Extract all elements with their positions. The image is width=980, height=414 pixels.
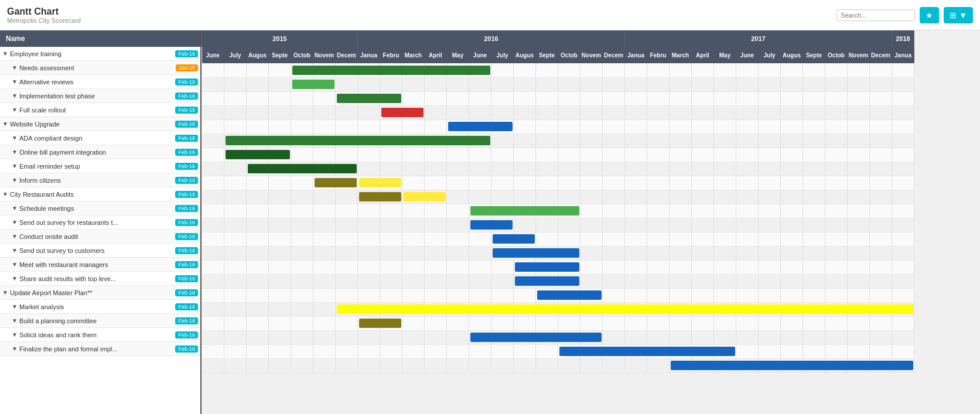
- chart-cell: [603, 176, 625, 190]
- chart-cell: [581, 232, 603, 246]
- chart-cell: [603, 204, 625, 218]
- gantt-bar[interactable]: [292, 80, 334, 89]
- child-expand-icon[interactable]: ▼: [12, 135, 18, 141]
- chart-cell: [692, 190, 714, 204]
- expand-icon[interactable]: ▼: [2, 121, 8, 127]
- chart-cell: [714, 316, 736, 330]
- child-expand-icon[interactable]: ▼: [12, 247, 18, 254]
- child-expand-icon[interactable]: ▼: [12, 345, 18, 352]
- chart-panel[interactable]: 2015201620172018JuneJulyAugusSepteOctobN…: [202, 30, 980, 414]
- gantt-bar[interactable]: [359, 178, 401, 187]
- chart-cell: [380, 77, 402, 91]
- chart-row: [202, 218, 915, 232]
- chart-cell: [581, 63, 603, 77]
- child-expand-icon[interactable]: ▼: [12, 149, 18, 155]
- child-expand-icon[interactable]: ▼: [12, 303, 18, 310]
- gantt-bar[interactable]: [337, 304, 913, 314]
- chart-cell: [491, 358, 514, 372]
- task-name: Email reminder setup: [19, 163, 173, 170]
- gantt-bar[interactable]: [226, 136, 490, 145]
- chart-cell: [825, 77, 848, 91]
- child-expand-icon[interactable]: ▼: [12, 205, 18, 211]
- gantt-bar[interactable]: [381, 108, 424, 117]
- gantt-bar[interactable]: [515, 262, 579, 272]
- expand-icon[interactable]: ▼: [2, 50, 8, 57]
- month-header: Febru: [380, 47, 402, 63]
- gantt-bar[interactable]: [470, 333, 602, 342]
- gantt-bar[interactable]: [470, 220, 513, 230]
- chart-cell: [358, 246, 380, 260]
- chart-cell: [848, 316, 870, 330]
- chart-cell: [670, 204, 692, 218]
- gantt-bar[interactable]: [559, 347, 735, 356]
- search-box[interactable]: [836, 9, 915, 21]
- gantt-bar[interactable]: [315, 178, 357, 187]
- gantt-bar[interactable]: [448, 122, 513, 131]
- child-expand-icon[interactable]: ▼: [12, 177, 18, 183]
- grid-button[interactable]: ⊞ ▼: [944, 7, 973, 23]
- chart-cell: [402, 288, 425, 302]
- chart-cell: [291, 246, 313, 260]
- child-expand-icon[interactable]: ▼: [12, 163, 18, 169]
- chart-row: [202, 134, 915, 148]
- gantt-bar[interactable]: [493, 234, 535, 244]
- chart-cell: [581, 204, 603, 218]
- gantt-bar[interactable]: [404, 192, 446, 201]
- child-expand-icon[interactable]: ▼: [12, 317, 18, 324]
- month-header: May: [714, 47, 736, 63]
- chart-cell: [625, 330, 647, 344]
- chart-cell: [781, 204, 803, 218]
- gantt-bar[interactable]: [359, 319, 401, 328]
- chart-cell: [514, 91, 536, 105]
- month-header: Janua: [625, 47, 647, 63]
- gantt-bar[interactable]: [515, 276, 579, 286]
- gantt-bar[interactable]: [359, 192, 401, 201]
- chart-cell: [692, 162, 714, 176]
- task-row: ▼Alternative reviewsFeb-16: [0, 75, 200, 89]
- chart-cell: [892, 119, 914, 134]
- child-expand-icon[interactable]: ▼: [12, 219, 18, 225]
- chart-cell: [491, 316, 514, 330]
- chart-cell: [425, 274, 447, 288]
- child-expand-icon[interactable]: ▼: [12, 275, 18, 282]
- chart-cell: [759, 232, 781, 246]
- child-expand-icon[interactable]: ▼: [12, 78, 18, 85]
- chart-cell: [603, 274, 625, 288]
- gantt-bar[interactable]: [248, 164, 357, 173]
- chart-cell: [714, 134, 736, 148]
- chart-cell: [469, 260, 491, 274]
- search-input[interactable]: [841, 12, 911, 19]
- month-header: Decem: [336, 47, 358, 63]
- gantt-bar[interactable]: [337, 94, 401, 103]
- chart-cell: [759, 176, 781, 190]
- chart-cell: [870, 246, 892, 260]
- gantt-bar[interactable]: [292, 66, 490, 75]
- gantt-bar[interactable]: [226, 150, 290, 159]
- expand-icon[interactable]: ▼: [2, 191, 8, 197]
- gantt-bar[interactable]: [537, 290, 602, 300]
- chart-row: [202, 330, 915, 344]
- gantt-bar[interactable]: [470, 206, 579, 215]
- child-expand-icon[interactable]: ▼: [12, 233, 18, 239]
- gantt-bar[interactable]: [671, 361, 913, 370]
- chart-cell: [848, 260, 870, 274]
- task-row: ▼Email reminder setupFeb-16: [0, 159, 200, 173]
- chart-cell: [402, 91, 425, 105]
- chart-cell: [603, 190, 625, 204]
- child-expand-icon[interactable]: ▼: [12, 64, 18, 71]
- chart-cell: [358, 162, 380, 176]
- child-expand-icon[interactable]: ▼: [12, 261, 18, 268]
- star-button[interactable]: ★: [920, 7, 939, 23]
- child-expand-icon[interactable]: ▼: [12, 331, 18, 338]
- chart-cell: [825, 344, 848, 358]
- chart-cell: [269, 358, 291, 372]
- chart-cell: [380, 260, 402, 274]
- child-expand-icon[interactable]: ▼: [12, 107, 18, 113]
- task-row: ▼Share audit results with top leve...Feb…: [0, 272, 200, 286]
- child-expand-icon[interactable]: ▼: [12, 93, 18, 99]
- chart-cell: [247, 119, 269, 134]
- expand-icon[interactable]: ▼: [2, 289, 8, 296]
- chart-cell: [313, 288, 336, 302]
- chart-cell: [469, 105, 491, 119]
- gantt-bar[interactable]: [493, 248, 579, 258]
